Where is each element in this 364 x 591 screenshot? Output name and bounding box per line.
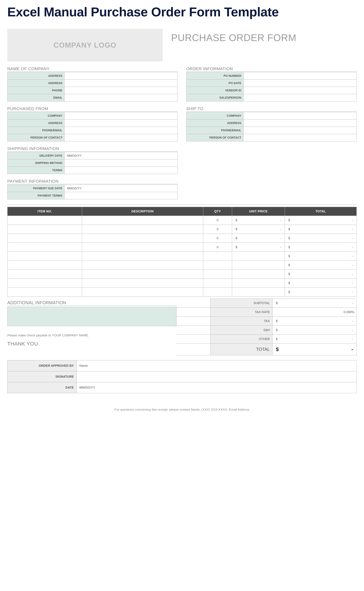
payment-due-date-value[interactable]: MM/DD/YY: [65, 185, 178, 192]
company-address-1-label: ADDRESS: [7, 72, 65, 79]
shipping-method-label: SHIPPING METHOD: [7, 159, 65, 167]
item-no-cell[interactable]: [7, 270, 82, 279]
po-date-value[interactable]: [243, 79, 357, 87]
shipping-method-value[interactable]: [65, 159, 178, 167]
sh-label: S&H: [210, 326, 272, 335]
item-qty-cell[interactable]: [203, 270, 232, 279]
company-email-value[interactable]: [65, 94, 178, 101]
thank-you: THANK YOU: [7, 341, 176, 347]
items-table: ITEM NO. DESCRIPTION QTY UNIT PRICE TOTA…: [7, 207, 357, 297]
company-phone-label: PHONE: [7, 87, 65, 94]
item-desc-cell[interactable]: [82, 243, 203, 252]
item-desc-cell[interactable]: [82, 279, 203, 288]
vendor-id-value[interactable]: [243, 87, 357, 94]
item-total-cell: $-: [285, 288, 357, 297]
item-desc-cell[interactable]: [82, 270, 203, 279]
item-no-cell[interactable]: [7, 261, 82, 270]
payment-info-section-title: PAYMENT INFORMATION: [7, 179, 178, 184]
st-address-value[interactable]: [243, 119, 357, 127]
item-desc-cell[interactable]: [82, 216, 203, 225]
item-no-cell[interactable]: [7, 234, 82, 243]
st-phone-email-value[interactable]: [243, 127, 357, 134]
approved-by-label: ORDER APPROVED BY: [7, 360, 77, 371]
items-header-description: DESCRIPTION: [82, 207, 203, 216]
pf-address-label: ADDRESS: [7, 119, 65, 127]
st-company-label: COMPANY: [186, 112, 243, 119]
item-desc-cell[interactable]: [82, 234, 203, 243]
po-number-value[interactable]: [243, 72, 357, 79]
tax-rate-val[interactable]: 0.000%: [272, 308, 357, 317]
item-unit-cell[interactable]: [232, 288, 285, 297]
tax-val: -: [352, 319, 353, 323]
st-phone-email-label: PHONE/EMAIL: [186, 127, 243, 134]
item-no-cell[interactable]: [7, 243, 82, 252]
subtotal-val: -: [352, 301, 353, 305]
items-header-item-no: ITEM NO.: [7, 207, 82, 216]
pf-contact-value[interactable]: [65, 134, 178, 141]
other-val: -: [352, 337, 353, 341]
vendor-id-label: VENDOR ID: [186, 87, 243, 94]
item-qty-cell[interactable]: [203, 252, 232, 261]
table-row: $-: [7, 270, 357, 279]
company-address-1-value[interactable]: [65, 72, 178, 79]
po-date-label: PO DATE: [186, 79, 243, 87]
item-qty-cell[interactable]: 0: [203, 243, 232, 252]
item-total-cell: $-: [285, 243, 357, 252]
additional-info-box[interactable]: [7, 307, 176, 326]
delivery-date-value[interactable]: MM/DD/YY: [65, 152, 178, 159]
grand-total-sym: $: [276, 346, 279, 352]
order-info-table: PO NUMBER PO DATE VENDOR ID SALESPERSON: [186, 72, 357, 101]
item-no-cell[interactable]: [7, 288, 82, 297]
item-no-cell[interactable]: [7, 252, 82, 261]
item-unit-cell[interactable]: [232, 261, 285, 270]
approval-date-value[interactable]: MM/DD/YY: [77, 382, 357, 393]
item-desc-cell[interactable]: [82, 288, 203, 297]
item-desc-cell[interactable]: [82, 225, 203, 234]
sh-val: -: [352, 328, 353, 332]
other-sym: $: [276, 337, 278, 341]
item-qty-cell[interactable]: 0: [203, 234, 232, 243]
item-no-cell[interactable]: [7, 279, 82, 288]
additional-info-title: ADDITIONAL INFORMATION: [7, 300, 176, 306]
item-no-cell[interactable]: [7, 225, 82, 234]
item-qty-cell[interactable]: 0: [203, 225, 232, 234]
signature-value[interactable]: [77, 371, 357, 382]
st-contact-value[interactable]: [243, 134, 357, 141]
po-number-label: PO NUMBER: [186, 72, 243, 79]
purchased-from-table: COMPANY ADDRESS PHONE/EMAIL PERSON OF CO…: [7, 112, 178, 141]
payment-terms-value[interactable]: [65, 192, 178, 199]
item-unit-cell[interactable]: $-: [232, 216, 285, 225]
item-unit-cell[interactable]: [232, 279, 285, 288]
subtotal-sym: $: [276, 301, 278, 305]
item-no-cell[interactable]: [7, 216, 82, 225]
delivery-date-label: DELIVERY DATE: [7, 152, 65, 159]
item-desc-cell[interactable]: [82, 261, 203, 270]
pf-company-value[interactable]: [65, 112, 178, 119]
item-desc-cell[interactable]: [82, 252, 203, 261]
pf-contact-label: PERSON OF CONTACT: [7, 134, 65, 141]
item-unit-cell[interactable]: [232, 270, 285, 279]
item-total-cell: $-: [285, 225, 357, 234]
item-unit-cell[interactable]: $-: [232, 234, 285, 243]
sh-sym: $: [276, 328, 278, 332]
footer-note: For questions concerning this receipt, p…: [7, 408, 357, 411]
grand-total-val: -: [351, 346, 353, 352]
item-unit-cell[interactable]: [232, 252, 285, 261]
company-address-2-value[interactable]: [65, 79, 178, 87]
salesperson-value[interactable]: [243, 94, 357, 101]
pf-address-value[interactable]: [65, 119, 178, 127]
item-qty-cell[interactable]: 0: [203, 216, 232, 225]
company-phone-value[interactable]: [65, 87, 178, 94]
item-unit-cell[interactable]: $-: [232, 243, 285, 252]
table-row: 0$-$-: [7, 243, 357, 252]
item-qty-cell[interactable]: [203, 288, 232, 297]
terms-value[interactable]: [65, 167, 178, 174]
item-unit-cell[interactable]: $-: [232, 225, 285, 234]
order-info-section-title: ORDER INFORMATION: [186, 66, 357, 71]
approved-by-value[interactable]: Name: [77, 360, 357, 371]
item-total-cell: $-: [285, 252, 357, 261]
item-qty-cell[interactable]: [203, 261, 232, 270]
item-qty-cell[interactable]: [203, 279, 232, 288]
st-company-value[interactable]: [243, 112, 357, 119]
pf-phone-email-value[interactable]: [65, 127, 178, 134]
